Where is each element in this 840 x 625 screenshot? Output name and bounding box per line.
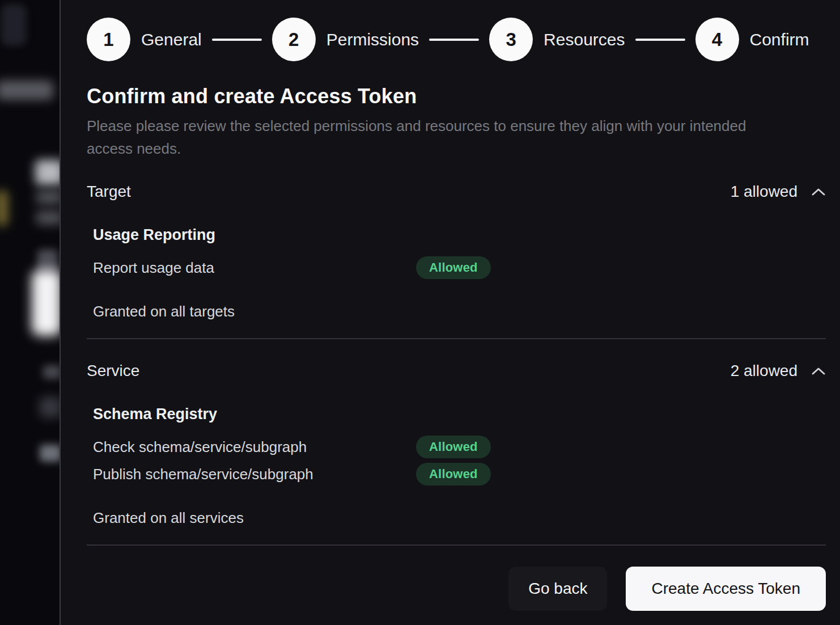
permission-group-usage-reporting: Usage Reporting Report usage data Allowe… <box>87 226 826 279</box>
stepper-connector-line <box>429 39 479 41</box>
permission-row: Publish schema/service/subgraph Allowed <box>93 463 826 485</box>
step-number-circle: 3 <box>489 18 533 61</box>
chevron-up-icon <box>811 367 826 375</box>
permission-group-heading: Usage Reporting <box>93 226 826 244</box>
blurred-text-line <box>36 211 60 225</box>
modal-subtitle: Please please review the selected permis… <box>87 115 784 160</box>
step-confirm[interactable]: 4 Confirm <box>695 18 809 61</box>
permission-row: Report usage data Allowed <box>93 256 826 279</box>
modal-title: Confirm and create Access Token <box>87 85 826 108</box>
blurred-accent-shape <box>0 191 8 226</box>
allowed-status-badge: Allowed <box>416 436 491 458</box>
step-label: Resources <box>544 30 625 49</box>
step-number-circle: 4 <box>695 18 739 61</box>
blurred-text-mark <box>40 445 60 462</box>
blurred-text-line <box>36 191 60 204</box>
stepper-connector-line <box>635 39 685 41</box>
step-label: Permissions <box>326 30 419 49</box>
section-name: Target <box>87 183 131 201</box>
permission-row: Check schema/service/subgraph Allowed <box>93 436 826 458</box>
permission-group-heading: Schema Registry <box>93 405 826 423</box>
step-resources[interactable]: 3 Resources <box>489 18 625 61</box>
blurred-card <box>32 270 60 336</box>
section-divider <box>87 338 826 339</box>
footer-divider <box>87 544 826 546</box>
create-access-token-modal: 1 General 2 Permissions 3 Resources 4 Co… <box>60 0 840 625</box>
step-number-circle: 1 <box>87 18 130 61</box>
service-collapse-toggle[interactable]: 2 allowed <box>731 362 826 380</box>
allowed-status-badge: Allowed <box>416 463 491 485</box>
section-header-target: Target 1 allowed <box>87 183 826 201</box>
permission-label: Check schema/service/subgraph <box>93 438 416 456</box>
wizard-stepper: 1 General 2 Permissions 3 Resources 4 Co… <box>87 18 826 61</box>
granted-note: Granted on all services <box>87 509 826 526</box>
blurred-nav-text <box>0 81 53 100</box>
background-page-blurred <box>0 0 60 625</box>
step-label: Confirm <box>750 30 809 49</box>
chevron-up-icon <box>811 188 826 196</box>
allowed-status-badge: Allowed <box>416 256 491 279</box>
permission-group-schema-registry: Schema Registry Check schema/service/sub… <box>87 405 826 485</box>
step-general[interactable]: 1 General <box>87 18 202 61</box>
granted-note: Granted on all targets <box>87 303 826 320</box>
allowed-count: 2 allowed <box>731 362 797 380</box>
create-access-token-button[interactable]: Create Access Token <box>626 567 826 611</box>
allowed-count: 1 allowed <box>731 183 797 201</box>
permission-label: Report usage data <box>93 259 416 277</box>
step-permissions[interactable]: 2 Permissions <box>272 18 419 61</box>
stepper-connector-line <box>212 39 262 41</box>
step-label: General <box>141 30 202 49</box>
blurred-text-mark <box>40 397 60 417</box>
target-collapse-toggle[interactable]: 1 allowed <box>731 183 826 201</box>
section-name: Service <box>87 362 139 380</box>
blurred-heading <box>35 160 60 185</box>
permission-label: Publish schema/service/subgraph <box>93 466 416 483</box>
section-header-service: Service 2 allowed <box>87 362 826 380</box>
modal-footer: Go back Create Access Token <box>87 567 826 611</box>
blurred-text-mark <box>43 365 60 379</box>
go-back-button[interactable]: Go back <box>508 567 607 611</box>
step-number-circle: 2 <box>272 18 316 61</box>
blurred-logo <box>1 5 26 45</box>
